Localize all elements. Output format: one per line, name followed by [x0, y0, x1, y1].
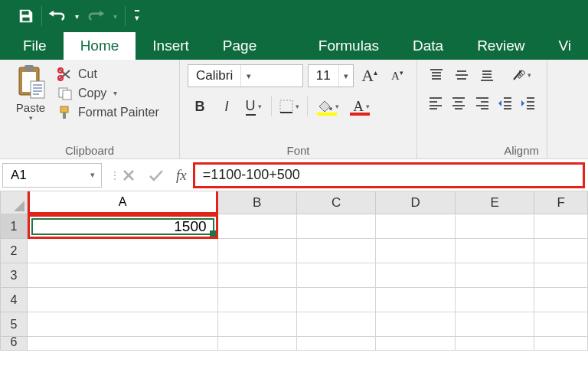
save-icon[interactable]	[14, 5, 38, 28]
row-header-6[interactable]: 6	[0, 337, 28, 351]
tab-page-layout[interactable]: Page Layout	[206, 32, 302, 60]
cell-a4[interactable]	[28, 288, 218, 312]
cell-reference: A1	[3, 168, 84, 183]
undo-dropdown-icon[interactable]: ▾	[70, 5, 83, 28]
cell-c5[interactable]	[297, 312, 376, 337]
row-header-5[interactable]: 5	[0, 312, 28, 337]
font-size-combo[interactable]: 11 ▾	[308, 64, 354, 87]
cell-e5[interactable]	[456, 312, 534, 337]
qat-customize-icon[interactable]: ▾	[129, 5, 145, 28]
align-middle-button[interactable]	[450, 64, 473, 86]
cell-b5[interactable]	[218, 312, 297, 337]
cell-e6[interactable]	[456, 337, 534, 351]
cell-c4[interactable]	[297, 288, 376, 312]
row-header-1[interactable]: 1	[0, 214, 28, 239]
tab-home[interactable]: Home	[64, 32, 136, 60]
cell-d2[interactable]	[376, 239, 455, 263]
increase-font-button[interactable]: A▴	[358, 64, 381, 87]
tab-file[interactable]: File	[6, 32, 64, 60]
font-color-button[interactable]: A ▾	[346, 95, 377, 118]
cell-f4[interactable]	[534, 288, 588, 312]
paste-button[interactable]: Paste ▾	[8, 64, 54, 122]
align-right-button[interactable]	[472, 92, 492, 113]
cell-c1[interactable]	[297, 214, 376, 239]
tab-review[interactable]: Review	[460, 32, 541, 60]
column-header-b[interactable]: B	[218, 191, 297, 214]
clipboard-group-label: Clipboard	[8, 144, 172, 158]
cell-b2[interactable]	[218, 239, 297, 263]
chevron-down-icon[interactable]: ▾	[240, 65, 256, 87]
cancel-button[interactable]	[115, 163, 142, 188]
align-left-button[interactable]	[425, 92, 446, 113]
cell-d1[interactable]	[376, 214, 455, 239]
name-box[interactable]: A1 ▾	[2, 163, 102, 188]
increase-indent-button[interactable]	[518, 92, 539, 113]
cell-c2[interactable]	[297, 239, 376, 263]
cell-f1[interactable]	[534, 214, 588, 239]
cell-e3[interactable]	[456, 263, 534, 288]
align-top-button[interactable]	[425, 64, 448, 86]
select-all-corner[interactable]	[0, 191, 28, 214]
copy-dropdown-icon[interactable]: ▾	[113, 89, 117, 97]
row-header-4[interactable]: 4	[0, 288, 28, 312]
cell-d4[interactable]	[376, 288, 455, 312]
cell-e4[interactable]	[456, 288, 534, 312]
column-header-d[interactable]: D	[376, 191, 455, 214]
cell-f2[interactable]	[534, 239, 588, 263]
cell-b6[interactable]	[218, 337, 297, 351]
cell-a6[interactable]	[28, 337, 218, 351]
svg-rect-4	[31, 81, 44, 98]
cell-f6[interactable]	[534, 337, 588, 351]
cut-button[interactable]: Cut	[57, 67, 159, 81]
fill-color-button[interactable]: ▾	[313, 95, 344, 118]
fx-label[interactable]: fx	[170, 167, 193, 184]
cell-b1[interactable]	[218, 214, 297, 239]
row-header-3[interactable]: 3	[0, 263, 28, 288]
cell-b3[interactable]	[218, 263, 297, 288]
cell-a3[interactable]	[28, 263, 218, 288]
decrease-indent-button[interactable]	[495, 92, 515, 113]
column-header-e[interactable]: E	[456, 191, 534, 214]
cell-e1[interactable]	[456, 214, 534, 239]
formula-input[interactable]: =1100-100+500	[193, 162, 585, 188]
enter-button[interactable]	[142, 163, 170, 188]
italic-button[interactable]: I	[214, 95, 239, 118]
row-header-2[interactable]: 2	[0, 239, 28, 263]
align-center-button[interactable]	[448, 92, 469, 113]
spreadsheet-grid[interactable]: A B C D E F 1 1500 2 3 4 5 6	[0, 191, 588, 351]
undo-icon[interactable]	[45, 5, 70, 28]
column-header-f[interactable]: F	[534, 191, 588, 214]
chevron-down-icon[interactable]: ▾	[338, 65, 353, 87]
cell-c3[interactable]	[297, 263, 376, 288]
column-header-c[interactable]: C	[297, 191, 376, 214]
underline-button[interactable]: U▾	[241, 95, 266, 118]
bold-button[interactable]: B	[188, 95, 212, 118]
tab-view[interactable]: Vi	[541, 32, 588, 60]
column-header-a[interactable]: A	[28, 191, 218, 214]
cell-a1[interactable]: 1500	[28, 214, 218, 239]
tab-formulas[interactable]: Formulas	[302, 32, 396, 60]
font-name-combo[interactable]: Calibri ▾	[188, 64, 303, 87]
font-name-value: Calibri	[188, 68, 240, 83]
svg-point-13	[329, 107, 332, 110]
cell-d3[interactable]	[376, 263, 455, 288]
orientation-button[interactable]: ab▾	[507, 64, 534, 86]
border-button[interactable]: ▾	[277, 95, 302, 118]
format-painter-button[interactable]: Format Painter	[57, 106, 159, 119]
copy-button[interactable]: Copy ▾	[57, 87, 159, 100]
align-bottom-button[interactable]	[475, 64, 498, 86]
cell-f5[interactable]	[534, 312, 588, 337]
decrease-font-button[interactable]: A▾	[386, 64, 409, 87]
cell-d6[interactable]	[376, 337, 455, 351]
cell-e2[interactable]	[456, 239, 534, 263]
tab-data[interactable]: Data	[396, 32, 460, 60]
cell-a2[interactable]	[28, 239, 218, 263]
tab-insert[interactable]: Insert	[136, 32, 206, 60]
cell-a5[interactable]	[28, 312, 218, 337]
cell-d5[interactable]	[376, 312, 455, 337]
chevron-down-icon[interactable]: ▾	[84, 170, 101, 180]
cell-c6[interactable]	[297, 337, 376, 351]
paste-dropdown-icon[interactable]: ▾	[29, 114, 33, 122]
cell-b4[interactable]	[218, 288, 297, 312]
cell-f3[interactable]	[534, 263, 588, 288]
